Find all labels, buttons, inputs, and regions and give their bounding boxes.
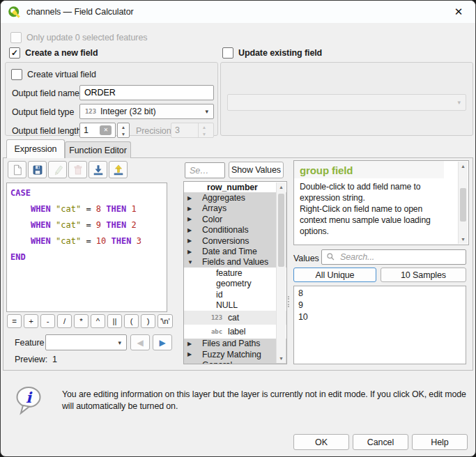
new-expression-button[interactable] [8,161,26,178]
output-field-type-select[interactable]: 123 Integer (32 bit) ▾ [79,104,214,119]
scroll-down-icon[interactable]: ▼ [459,237,468,242]
checkbox-box[interactable] [11,69,22,80]
operator-button[interactable]: ( [124,314,139,328]
expression-token: "cat" [56,220,81,230]
panel-splitter[interactable] [288,296,289,307]
export-expressions-button[interactable] [109,161,128,178]
scrollbar-thumb[interactable] [460,188,466,222]
operator-button[interactable]: || [107,314,122,328]
tree-collapsed-icon[interactable]: ▶ [187,238,192,244]
function-tree-category[interactable]: ▶Fuzzy Matching [184,349,286,359]
value-item[interactable]: 9 [298,300,461,311]
chevron-down-icon: ▾ [206,108,208,115]
function-tree-category[interactable]: ▶Arrays [184,203,286,214]
tab-function-editor[interactable]: Function Editor [65,141,131,158]
function-tree-item[interactable]: feature [184,268,286,278]
function-tree-category[interactable]: ▶Date and Time [184,246,286,256]
operator-button[interactable]: - [40,314,55,328]
output-field-name-input[interactable] [79,85,214,100]
spinner-arrows[interactable]: ▲ ▼ [117,123,130,138]
expression-token: THEN [106,220,126,230]
help-button[interactable]: Help [412,434,468,450]
file-icon [11,164,24,176]
tree-collapsed-icon[interactable]: ▶ [187,249,192,255]
expression-token [131,236,136,246]
help-scrollbar[interactable]: ▲ ▼ [458,162,468,244]
scroll-down-icon[interactable]: ▼ [277,356,286,361]
trash-icon [72,164,84,176]
tree-collapsed-icon[interactable]: ▶ [187,362,192,364]
function-tree-item[interactable]: row_number [184,182,286,192]
values-search-input[interactable] [321,249,466,265]
function-tree-item[interactable]: 123cat [184,311,286,325]
function-tree-category[interactable]: ▶Conversions [184,235,286,246]
create-new-field-label: Create a new field [25,48,98,58]
expression-token: = [81,204,96,214]
checkbox-box[interactable] [222,47,233,59]
function-tree-item[interactable]: geometry [184,279,286,289]
values-search-box [321,249,466,265]
checkbox-checked-box[interactable]: ✓ [9,47,20,59]
close-button[interactable]: ✕ [447,3,470,21]
values-label: Values [293,254,319,263]
operator-button[interactable]: * [74,314,89,328]
show-values-button[interactable]: Show Values [229,162,284,178]
precision-label: Precision [136,126,171,136]
scroll-up-icon[interactable]: ▲ [459,164,468,169]
expression-code-line: WHEN "cat" = 9 THEN 2 [10,217,163,233]
operator-button[interactable]: + [24,314,38,328]
create-virtual-field-checkbox[interactable]: Create virtual field [11,69,96,80]
value-item[interactable]: 10 [298,311,461,323]
operator-button[interactable]: ^ [91,314,105,328]
clear-icon[interactable]: ✕ [100,125,112,135]
output-field-length-spinner[interactable]: 1 ✕ ▲ ▼ [79,123,130,138]
function-tree-category[interactable]: ▶Files and Paths [184,339,286,349]
function-tree-category[interactable]: ▼Fields and Values [184,257,286,268]
function-tree-item[interactable]: id [184,289,286,300]
tree-item-label: feature [184,268,243,278]
function-search-input[interactable] [185,162,225,178]
operator-button[interactable]: / [57,314,72,328]
create-new-field-group: Create virtual field Output field name O… [5,62,218,136]
ten-samples-button[interactable]: 10 Samples [381,268,466,282]
function-tree-category[interactable]: ▶Conditionals [184,225,286,235]
scrollbar-thumb[interactable] [278,194,284,267]
tree-expanded-icon[interactable]: ▼ [187,259,193,265]
create-new-field-checkbox[interactable]: ✓ Create a new field [9,47,98,59]
function-tree-item[interactable]: NULL [184,300,286,310]
scroll-up-icon[interactable]: ▲ [277,185,286,189]
tab-expression[interactable]: Expression [6,139,65,158]
tree-collapsed-icon[interactable]: ▶ [187,206,192,212]
import-expressions-button[interactable] [89,161,107,178]
all-unique-button[interactable]: All Unique [293,268,376,282]
spinner-down-icon[interactable]: ▼ [121,132,125,137]
value-item[interactable]: 8 [298,288,461,300]
all-unique-label: All Unique [316,270,355,280]
operator-button[interactable]: = [7,314,22,328]
function-tree-item[interactable]: abclabel [184,325,286,339]
function-tree-category[interactable]: ▶General [184,359,286,364]
tree-item-label: Files and Paths [184,339,260,348]
save-expression-button[interactable] [28,161,47,178]
save-icon [31,164,44,176]
ok-button[interactable]: OK [293,434,349,450]
update-existing-field-checkbox[interactable]: Update existing field [222,47,322,59]
tree-collapsed-icon[interactable]: ▶ [187,351,192,357]
tree-collapsed-icon[interactable]: ▶ [187,195,192,201]
feature-select[interactable]: ▾ [45,334,127,350]
output-field-length-label: Output field length [12,126,82,136]
spinner-up-icon[interactable]: ▲ [121,125,125,130]
expression-token [51,204,56,214]
operator-button[interactable]: '\n' [158,314,173,328]
tree-collapsed-icon[interactable]: ▶ [187,341,192,347]
expression-token: 1 [131,204,136,214]
function-tree-category[interactable]: ▶Color [184,214,286,224]
next-feature-button[interactable]: ▶ [153,334,172,350]
tree-scrollbar[interactable]: ▲▼ [276,183,286,363]
function-tree-category[interactable]: ▶Aggregates [184,192,286,203]
cancel-button[interactable]: Cancel [353,434,408,450]
tree-collapsed-icon[interactable]: ▶ [187,216,192,222]
operator-button[interactable]: ) [141,314,155,328]
expression-editor[interactable]: CASE WHEN "cat" = 8 THEN 1 WHEN "cat" = … [6,183,167,312]
tree-collapsed-icon[interactable]: ▶ [187,227,192,233]
